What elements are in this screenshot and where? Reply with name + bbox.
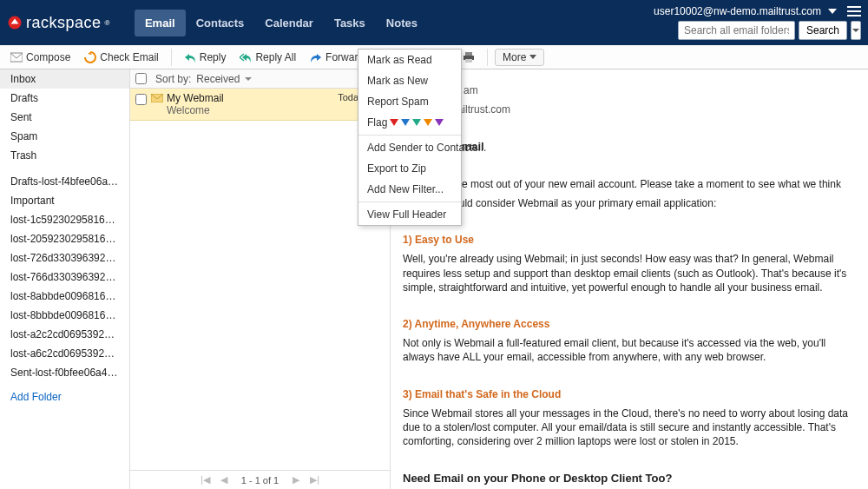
section-3-title: 3) Email that's Safe in the Cloud — [403, 387, 856, 401]
topbar-right: user10002@nw-demo.mailtrust.com Search — [654, 5, 861, 40]
forward-icon — [310, 51, 322, 63]
sort-field[interactable]: Received — [196, 73, 240, 85]
message-list: My Webmail Today 2:13 Welcome — [130, 89, 390, 470]
folder-custom[interactable]: lost-a2c2cd0695392d58af4e0 — [0, 325, 129, 344]
section-1-title: 1) Easy to Use — [403, 233, 856, 247]
message-row[interactable]: My Webmail Today 2:13 Welcome — [130, 89, 390, 121]
search-button[interactable]: Search — [799, 21, 847, 40]
pager-first[interactable]: |◀ — [197, 474, 214, 486]
envelope-open-icon — [151, 94, 163, 102]
caret-down-icon — [529, 55, 536, 59]
separator — [487, 49, 488, 66]
nav-tabs: Email Contacts Calendar Tasks Notes — [135, 10, 428, 36]
reply-button[interactable]: Reply — [179, 50, 232, 65]
reply-icon — [184, 51, 196, 63]
pager-prev[interactable]: ◀ — [217, 474, 231, 486]
user-email-label[interactable]: user10002@nw-demo.mailtrust.com — [654, 5, 821, 17]
message-content: 2017 at 2:13 am nw-demo.mailtrust.com sp… — [391, 69, 868, 489]
menu-add-filter[interactable]: Add New Filter... — [358, 179, 461, 200]
section-4-title: Need Email on your Phone or Desktop Clie… — [403, 471, 856, 486]
message-subject: Welcome — [167, 104, 385, 116]
folder-custom[interactable]: lost-a6c2cd0695392d58af4e0 — [0, 344, 129, 363]
sort-bar: Sort by: Received — [130, 69, 390, 89]
menu-mark-read[interactable]: Mark as Read — [358, 50, 461, 70]
brand-text: rackspace — [26, 14, 102, 32]
select-all-checkbox[interactable] — [135, 73, 147, 84]
menu-flag-label: Flag — [367, 116, 387, 129]
topbar-left: rackspace® Email Contacts Calendar Tasks… — [7, 10, 428, 36]
registered-mark: ® — [105, 19, 110, 27]
top-bar: rackspace® Email Contacts Calendar Tasks… — [0, 0, 868, 45]
folder-custom[interactable]: Important — [0, 191, 129, 210]
flag-orange-icon[interactable] — [424, 119, 432, 126]
refresh-icon — [84, 51, 96, 63]
user-caret-icon[interactable] — [828, 7, 837, 16]
menu-icon[interactable] — [847, 6, 861, 17]
section-1-body: Well, you're already using Webmail; in j… — [403, 252, 856, 294]
menu-mark-new[interactable]: Mark as New — [358, 70, 461, 91]
nav-notes[interactable]: Notes — [376, 10, 428, 36]
folder-spam[interactable]: Spam — [0, 127, 129, 146]
message-from: My Webmail — [167, 92, 224, 104]
email-date-line: 2017 at 2:13 am — [403, 83, 856, 97]
folder-custom[interactable]: lost-1c59230295816c58527b0 — [0, 210, 129, 229]
folder-custom[interactable]: Drafts-lost-f4bfee06a46cae584 — [0, 172, 129, 191]
svg-rect-4 — [465, 59, 472, 63]
brand-logo[interactable]: rackspace® — [7, 14, 110, 32]
rackspace-icon — [7, 15, 23, 30]
folder-custom[interactable]: lost-766d330396392d58af4e0 — [0, 268, 129, 287]
separator — [171, 49, 172, 66]
pager-text: 1 - 1 of 1 — [234, 475, 286, 486]
menu-separator — [358, 135, 461, 135]
folder-trash[interactable]: Trash — [0, 146, 129, 165]
section-3-body: Since Webmail stores all your messages i… — [403, 406, 856, 449]
nav-calendar[interactable]: Calendar — [254, 10, 324, 36]
folder-custom[interactable]: lost-2059230295816c58527b0 — [0, 229, 129, 248]
section-2-title: 2) Anytime, Anywhere Access — [403, 317, 856, 331]
folder-custom[interactable]: Sent-lost-f0bfee06a46cae584 — [0, 363, 129, 382]
folder-inbox[interactable]: Inbox — [0, 69, 129, 89]
check-email-button[interactable]: Check Email — [79, 50, 163, 65]
pager: |◀ ◀ 1 - 1 of 1 ▶ ▶| — [130, 470, 390, 489]
search-wrap: Search — [678, 21, 861, 40]
folder-custom[interactable]: lost-8abbde0096816c58527b0 — [0, 287, 129, 306]
add-folder-link[interactable]: Add Folder — [0, 382, 129, 412]
nav-email[interactable]: Email — [135, 10, 186, 36]
message-checkbox[interactable] — [135, 94, 147, 105]
nav-contacts[interactable]: Contacts — [186, 10, 255, 36]
email-intro2: ons you should consider Webmail as your … — [403, 196, 856, 210]
printer-icon — [463, 51, 475, 63]
search-input[interactable] — [678, 21, 795, 40]
menu-add-sender[interactable]: Add Sender to Contacts... — [358, 137, 461, 158]
menu-separator — [358, 202, 461, 202]
envelope-icon — [10, 51, 23, 63]
more-button[interactable]: More — [495, 49, 544, 66]
pager-last[interactable]: ▶| — [306, 474, 323, 486]
message-list-pane: Sort by: Received My Webmail Today 2:13 … — [130, 69, 391, 489]
folder-custom[interactable]: lost-726d330396392d58af4e0 — [0, 248, 129, 268]
search-options-caret[interactable] — [851, 21, 861, 40]
nav-tasks[interactable]: Tasks — [324, 10, 376, 36]
menu-export-zip[interactable]: Export to Zip — [358, 158, 461, 179]
menu-view-header[interactable]: View Full Header — [358, 204, 461, 225]
email-intro: way to get the most out of your new emai… — [403, 177, 856, 191]
menu-report-spam[interactable]: Report Spam — [358, 91, 461, 112]
flag-green-icon[interactable] — [412, 119, 421, 126]
email-to-line: nw-demo.mailtrust.com — [403, 102, 856, 116]
sort-caret-icon[interactable] — [245, 76, 252, 83]
more-dropdown-menu: Mark as Read Mark as New Report Spam Fla… — [358, 49, 462, 226]
reply-all-icon — [240, 51, 252, 63]
pager-next[interactable]: ▶ — [289, 474, 303, 486]
folder-drafts[interactable]: Drafts — [0, 89, 129, 108]
flag-blue-icon[interactable] — [401, 119, 410, 126]
sort-label: Sort by: — [155, 73, 191, 85]
section-2-body: Not only is Webmail a full-featured emai… — [403, 336, 856, 364]
folder-sent[interactable]: Sent — [0, 108, 129, 127]
compose-button[interactable]: Compose — [5, 50, 76, 65]
folder-custom[interactable]: lost-8bbbde0096816c58527b0 — [0, 306, 129, 325]
reply-all-button[interactable]: Reply All — [234, 50, 301, 65]
folder-sidebar: Inbox Drafts Sent Spam Trash Drafts-lost… — [0, 69, 130, 489]
flag-purple-icon[interactable] — [435, 119, 444, 126]
svg-rect-2 — [465, 52, 472, 56]
flag-red-icon[interactable] — [390, 119, 398, 126]
